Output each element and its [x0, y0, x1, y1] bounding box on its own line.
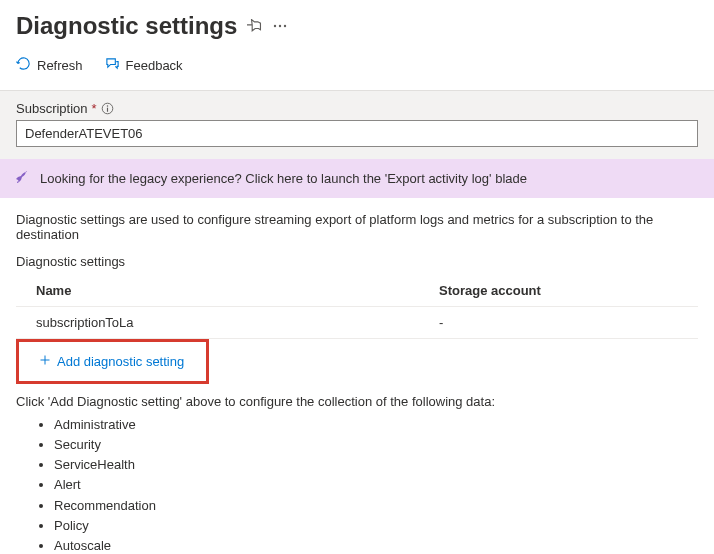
refresh-icon [16, 56, 31, 74]
svg-point-2 [284, 25, 286, 27]
refresh-button[interactable]: Refresh [16, 56, 83, 74]
feedback-icon [105, 56, 120, 74]
page-header: Diagnostic settings [0, 0, 714, 48]
required-indicator: * [92, 101, 97, 116]
more-icon[interactable] [272, 18, 288, 34]
info-icon[interactable] [101, 102, 114, 115]
svg-rect-5 [107, 108, 108, 112]
instructions: Click 'Add Diagnostic setting' above to … [16, 394, 698, 409]
svg-point-4 [106, 105, 107, 106]
col-header-name: Name [36, 283, 439, 298]
cell-name: subscriptionToLa [36, 315, 439, 330]
svg-point-0 [274, 25, 276, 27]
list-item: Policy [54, 516, 698, 536]
pin-icon[interactable] [247, 19, 262, 34]
refresh-label: Refresh [37, 58, 83, 73]
page-title: Diagnostic settings [16, 12, 237, 40]
plus-icon [39, 354, 51, 369]
rocket-icon [14, 169, 30, 188]
col-header-storage: Storage account [439, 283, 678, 298]
list-item: ServiceHealth [54, 455, 698, 475]
list-item: Administrative [54, 415, 698, 435]
main-content: Diagnostic settings are used to configur… [0, 198, 714, 554]
data-types-list: Administrative Security ServiceHealth Al… [16, 415, 698, 554]
add-diagnostic-setting-button[interactable]: Add diagnostic setting [16, 339, 209, 384]
subscription-section: Subscription * DefenderATEVET06 [0, 90, 714, 159]
subscription-value: DefenderATEVET06 [25, 126, 143, 141]
subscription-label: Subscription * [16, 101, 698, 116]
feedback-button[interactable]: Feedback [105, 56, 183, 74]
toolbar: Refresh Feedback [0, 48, 714, 90]
list-item: Security [54, 435, 698, 455]
table-header: Name Storage account [16, 275, 698, 307]
settings-table: Name Storage account subscriptionToLa - … [16, 275, 698, 384]
svg-point-1 [279, 25, 281, 27]
banner-text: Looking for the legacy experience? Click… [40, 171, 527, 186]
table-row[interactable]: subscriptionToLa - [16, 307, 698, 339]
add-link-label: Add diagnostic setting [57, 354, 184, 369]
feedback-label: Feedback [126, 58, 183, 73]
legacy-banner[interactable]: Looking for the legacy experience? Click… [0, 159, 714, 198]
subscription-dropdown[interactable]: DefenderATEVET06 [16, 120, 698, 147]
section-label: Diagnostic settings [16, 254, 698, 269]
list-item: Autoscale [54, 536, 698, 554]
list-item: Recommendation [54, 496, 698, 516]
description: Diagnostic settings are used to configur… [16, 212, 698, 242]
cell-storage: - [439, 315, 678, 330]
list-item: Alert [54, 475, 698, 495]
